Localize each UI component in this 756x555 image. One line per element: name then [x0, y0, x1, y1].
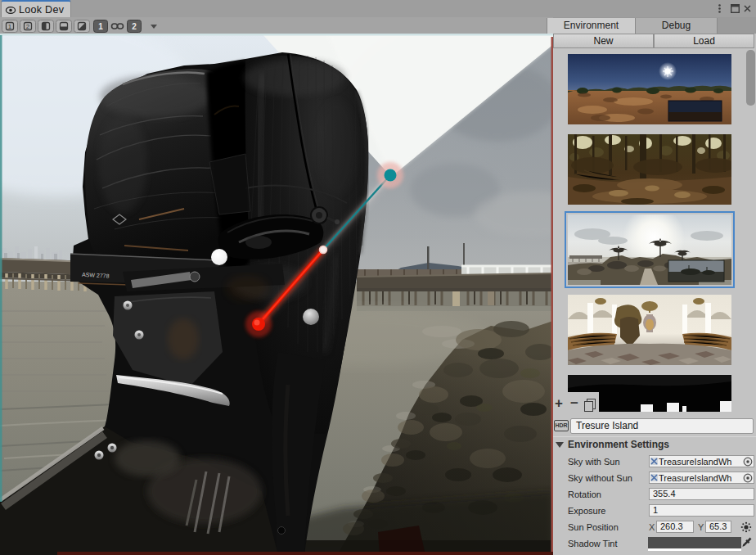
svg-text:2: 2 — [26, 23, 30, 30]
svg-text:1: 1 — [8, 23, 12, 30]
svg-text:2: 2 — [132, 22, 137, 31]
svg-text:1: 1 — [98, 22, 103, 31]
